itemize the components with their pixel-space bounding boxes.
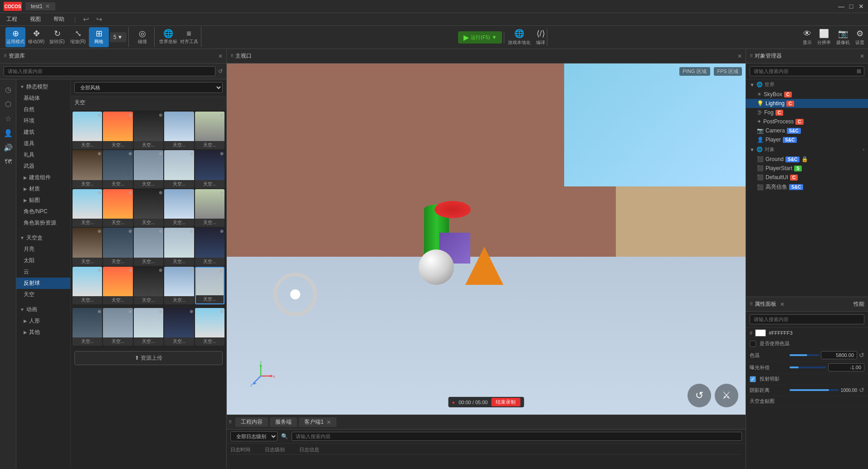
grid-btn[interactable]: ⊞ 网格 <box>89 27 109 47</box>
obj-playerstart[interactable]: ⬛ PlayerStart S <box>746 164 868 173</box>
thumb-23[interactable]: ⊕ 天空... <box>164 267 194 304</box>
obj-skybox[interactable]: ☀ SkyBox C <box>746 90 868 99</box>
exposure-input[interactable] <box>828 363 864 371</box>
obj-highlight[interactable]: ⬛ 高亮信鱼 S&C <box>746 182 868 192</box>
tree-item-npc[interactable]: 角色/NPC <box>16 206 70 217</box>
thumb-5[interactable]: ⊕ 天空... <box>73 150 102 188</box>
thumb-9[interactable]: ⊕ 天空... <box>195 150 224 188</box>
use-color-temp-checkbox[interactable] <box>750 341 756 347</box>
obj-manager-close[interactable]: ✕ <box>860 53 864 59</box>
use-mode-btn[interactable]: ⊕ 运用模式 <box>5 27 25 47</box>
display-btn[interactable]: 👁 显示 <box>803 29 812 46</box>
obj-player[interactable]: 👤 Player S&C <box>746 135 868 144</box>
thumb-24[interactable]: ⊕ 天空... <box>195 267 224 304</box>
thumb-1[interactable]: ⊕ 天空... <box>103 112 132 149</box>
collision-btn[interactable]: ◎ 碰撞 <box>132 27 152 47</box>
asset-nav-recent[interactable]: ◷ <box>2 83 15 96</box>
fps-badge[interactable]: FPS 区域 <box>714 67 742 76</box>
thumb-8[interactable]: ⊕ 天空... <box>164 150 194 188</box>
redo-btn[interactable]: ↪ <box>96 15 102 24</box>
obj-filter-icon[interactable]: ⊞ <box>857 68 861 74</box>
tree-item-reflection[interactable]: 反射球 <box>16 278 70 289</box>
thumb-26[interactable]: ⊕ 天空... <box>103 308 132 346</box>
compile-btn[interactable]: ⟨/⟩ 编译 <box>536 29 545 46</box>
thumb-7[interactable]: ⊕ 天空... <box>134 150 163 188</box>
thumb-29[interactable]: ⊕ 天空... <box>195 308 224 346</box>
thumb-27[interactable]: ⊕ 天空... <box>134 308 163 346</box>
props-perf-tab[interactable]: 性能 <box>853 300 864 308</box>
tree-item-static-model[interactable]: ▼ 静态模型 <box>16 81 70 93</box>
viewport-content[interactable]: x y z PING 区域 FPS 区域 ↺ ⚔ <box>227 64 746 415</box>
undo-btn[interactable]: ↩ <box>83 15 89 24</box>
tab-close-client1[interactable]: ✕ <box>327 419 331 425</box>
tree-item-anim[interactable]: ▼ 动画 <box>16 304 70 315</box>
log-filter-select[interactable]: 全部日志级别 <box>230 431 278 441</box>
color-temp-input[interactable] <box>821 351 857 359</box>
tree-item-sky[interactable]: 天空 <box>16 289 70 300</box>
tree-item-material[interactable]: ▶ 材质 <box>16 183 70 195</box>
tree-item-costume[interactable]: 角色装扮资源 <box>16 217 70 229</box>
thumb-10[interactable]: ⊕ 天空... <box>73 189 102 227</box>
asset-search-input[interactable] <box>4 66 215 76</box>
minimize-btn[interactable]: — <box>838 3 844 10</box>
tab-server[interactable]: 服务端 <box>270 417 297 427</box>
thumb-3[interactable]: ⊕ 天空... <box>164 112 194 149</box>
menu-help[interactable]: 帮助 <box>51 15 67 24</box>
obj-ground[interactable]: ⬛ Ground S&C 🔒 <box>746 155 868 164</box>
viewport-close[interactable]: ✕ <box>737 53 742 59</box>
viewport-ctrl-back[interactable]: ↺ <box>688 384 711 407</box>
tree-item-texture[interactable]: ▶ 贴图 <box>16 195 70 206</box>
localize-btn[interactable]: 🌐 游戏本地化 <box>508 29 531 46</box>
tree-item-props[interactable]: 道具 <box>16 138 70 149</box>
shadow-dist-reset[interactable]: ↺ <box>859 386 864 394</box>
exposure-slider[interactable] <box>790 366 826 368</box>
resolution-btn[interactable]: ⬜ 分辨率 <box>817 29 831 46</box>
style-select[interactable]: 全部风格 <box>74 82 223 93</box>
tree-item-build[interactable]: ▶ 建造组件 <box>16 172 70 183</box>
title-tab[interactable]: test1 ✕ <box>25 2 55 10</box>
camera-btn[interactable]: 📷 摄像机 <box>836 29 850 46</box>
scale-btn[interactable]: ⤡ 缩放(R) <box>68 27 88 47</box>
asset-nav-3d[interactable]: ⬡ <box>2 98 15 110</box>
thumb-14[interactable]: ⊕ 天空... <box>195 189 224 227</box>
obj-fog[interactable]: 🌫 Fog C <box>746 108 868 117</box>
tree-item-nature[interactable]: 自然 <box>16 104 70 115</box>
tree-item-moon[interactable]: 月亮 <box>16 244 70 255</box>
thumb-15[interactable]: ⊕ 天空... <box>73 228 102 265</box>
thumb-28[interactable]: ⊕ 天空... <box>164 308 194 346</box>
thumb-11[interactable]: ⊕ 天空... <box>103 189 132 227</box>
asset-nav-favorites[interactable]: ☆ <box>2 112 15 125</box>
thumb-19[interactable]: ⊕ 天空... <box>195 228 224 265</box>
rotate-btn[interactable]: ↻ 旋转(E) <box>47 27 67 47</box>
maximize-btn[interactable]: □ <box>848 3 854 10</box>
tree-item-sun[interactable]: 太阳 <box>16 255 70 266</box>
obj-search-input[interactable] <box>750 66 864 76</box>
move-btn[interactable]: ✥ 移动(W) <box>26 27 46 47</box>
viewport-ctrl-sword[interactable]: ⚔ <box>715 384 738 407</box>
color-box[interactable] <box>755 329 766 337</box>
obj-section[interactable]: ▼ 🌐 对象 › <box>746 144 868 155</box>
thumb-2[interactable]: ⊕ 天空... <box>134 112 163 149</box>
obj-camera[interactable]: 📷 Camera S&C <box>746 126 868 135</box>
tab-project-content[interactable]: 工程内容 <box>235 417 268 427</box>
log-search-input[interactable] <box>292 432 742 441</box>
tree-item-furniture[interactable]: 礼具 <box>16 149 70 161</box>
thumb-16[interactable]: ⊕ 天空... <box>103 228 132 265</box>
obj-defaultui[interactable]: ⬛ DefaultUI C <box>746 173 868 182</box>
menu-project[interactable]: 工程 <box>4 15 20 24</box>
thumb-12[interactable]: ⊕ 天空... <box>134 189 163 227</box>
asset-nav-sound[interactable]: 🔊 <box>2 141 15 154</box>
obj-lighting[interactable]: 💡 Lighting C <box>746 99 868 108</box>
tab-client1[interactable]: 客户端1 ✕ <box>299 417 336 427</box>
cast-shadow-checkbox[interactable]: ✓ <box>750 376 756 382</box>
thumb-21[interactable]: ⊕ 天空... <box>103 267 132 304</box>
align-btn[interactable]: ≡ 对齐工具 <box>179 27 199 47</box>
asset-nav-player[interactable]: 👤 <box>2 127 15 139</box>
menu-view[interactable]: 视图 <box>27 15 44 24</box>
thumb-20[interactable]: ⊕ 天空... <box>73 267 102 304</box>
color-temp-reset[interactable]: ↺ <box>859 352 864 359</box>
tree-item-env[interactable]: 环境 <box>16 115 70 127</box>
world-section[interactable]: ▼ 🌐 世界 <box>746 79 868 90</box>
thumb-13[interactable]: ⊕ 天空... <box>164 189 194 227</box>
tree-item-other[interactable]: ▶ 其他 <box>16 327 70 338</box>
